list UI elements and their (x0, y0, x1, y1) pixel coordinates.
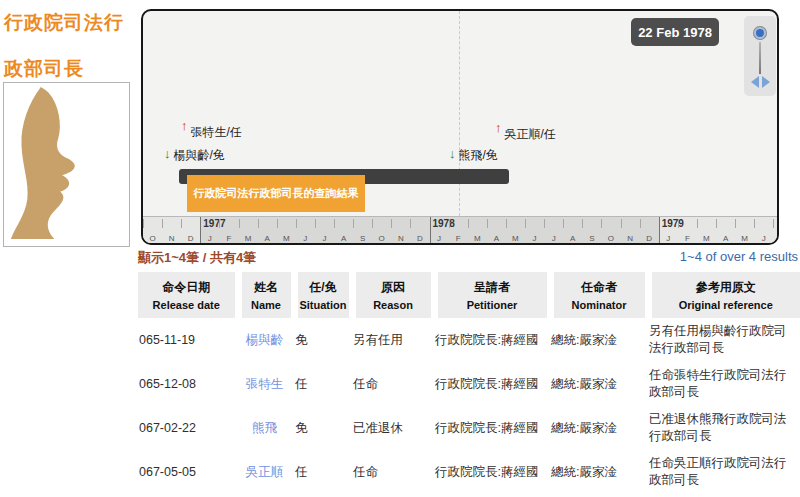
nominator-cell: 總統:嚴家淦 (550, 362, 648, 406)
axis-month-tick (640, 219, 641, 228)
axis-month-label: S (353, 234, 372, 243)
timeline-event[interactable]: ↑張特生/任 (181, 124, 242, 141)
axis-month-tick (334, 219, 335, 228)
axis-month-tick (353, 219, 354, 228)
axis-month-label: A (563, 234, 582, 243)
results-count-bar: 顯示1~4筆 / 共有4筆 1~4 of over 4 results (138, 249, 798, 267)
axis-month-label: F (678, 234, 697, 243)
down-arrow-icon: ↓ (164, 148, 171, 160)
axis-month-tick (181, 219, 182, 228)
column-header: 命令日期Release date (138, 272, 238, 318)
axis-month-label: O (143, 234, 162, 243)
axis-month-label: A (487, 234, 506, 243)
axis-year-label: 1979 (662, 218, 684, 229)
axis-month-tick (162, 219, 163, 228)
reason-cell: 任命 (352, 450, 434, 494)
axis-month-label: J (659, 234, 678, 243)
profile-logo (3, 82, 130, 247)
release-date-cell: 065-11-19 (138, 318, 238, 362)
axis-month-label: O (372, 234, 391, 243)
axis-month-tick (410, 219, 411, 228)
zoom-track (759, 42, 761, 74)
axis-month-tick (754, 219, 755, 228)
results-table: 命令日期Release date姓名Name任/免Situation原因Reas… (138, 272, 800, 494)
down-arrow-icon: ↓ (449, 148, 456, 160)
name-link[interactable]: 吳正順 (238, 450, 294, 494)
zoom-knob-icon[interactable] (754, 27, 766, 39)
current-time-indicator (459, 11, 460, 216)
axis-month-label: N (391, 234, 410, 243)
axis-month-tick (773, 219, 774, 228)
axis-month-label: D (640, 234, 659, 243)
situation-cell: 任 (294, 362, 352, 406)
axis-month-tick (601, 219, 602, 228)
release-date-cell: 065-12-08 (138, 362, 238, 406)
column-header: 原因Reason (352, 272, 434, 318)
query-result-tooltip: 行政院司法行政部司長的查詢結果 (187, 175, 365, 212)
axis-month-tick (296, 219, 297, 228)
axis-month-tick (716, 219, 717, 228)
results-count-en: 1~4 of over 4 results (680, 249, 798, 267)
event-label[interactable]: 吳正順/任 (505, 126, 556, 143)
axis-month-tick (239, 219, 240, 228)
event-label[interactable]: 熊飛/免 (459, 147, 498, 164)
reason-cell: 另有任用 (352, 318, 434, 362)
nominator-cell: 總統:嚴家淦 (550, 406, 648, 450)
table-row: 067-05-05吳正順任任命行政院院長:蔣經國總統:嚴家淦任命吳正順行政院司法… (138, 450, 800, 494)
axis-month-label: M (506, 234, 525, 243)
axis-month-label: N (621, 234, 640, 243)
pan-arrows (744, 76, 776, 88)
person-link[interactable]: 熊飛 (252, 421, 277, 435)
axis-month-label: M (697, 234, 716, 243)
reason-cell: 任命 (352, 362, 434, 406)
axis-month-tick (372, 219, 373, 228)
axis-month-label: J (754, 234, 773, 243)
table-row: 065-11-19楊與齡免另有任用行政院院長:蔣經國總統:嚴家淦另有任用楊與齡行… (138, 318, 800, 362)
timeline-panel[interactable]: ↓楊與齡/免↑張特生/任↓熊飛/免↑吳正順/任 行政院司法行政部司長的查詢結果 … (141, 9, 779, 245)
situation-cell: 免 (294, 318, 352, 362)
column-header: 任/免Situation (294, 272, 352, 318)
axis-month-tick (525, 219, 526, 228)
axis-month-tick (258, 219, 259, 228)
petitioner-cell: 行政院院長:蔣經國 (434, 406, 550, 450)
event-label[interactable]: 張特生/任 (191, 124, 242, 141)
axis-month-tick (391, 219, 392, 228)
person-link[interactable]: 楊與齡 (246, 333, 284, 347)
column-header: 任命者Nominator (550, 272, 648, 318)
zoom-slider[interactable] (744, 16, 776, 96)
reference-cell: 任命吳正順行政院司法行政部司長 (648, 450, 800, 494)
axis-month-label: N (162, 234, 181, 243)
axis-month-tick (487, 219, 488, 228)
timeline-event[interactable]: ↓熊飛/免 (449, 147, 498, 164)
axis-month-label: J (525, 234, 544, 243)
situation-cell: 免 (294, 406, 352, 450)
name-link[interactable]: 張特生 (238, 362, 294, 406)
axis-month-label: A (258, 234, 277, 243)
event-label[interactable]: 楊與齡/免 (174, 147, 225, 164)
axis-month-label: A (334, 234, 353, 243)
results-count-zh: 顯示1~4筆 / 共有4筆 (138, 249, 256, 267)
current-date-badge: 22 Feb 1978 (631, 18, 719, 46)
axis-month-label: D (410, 234, 429, 243)
axis-month-tick (449, 219, 450, 228)
reason-cell: 已准退休 (352, 406, 434, 450)
axis-month-tick (219, 219, 220, 228)
timeline-event[interactable]: ↑吳正順/任 (495, 126, 556, 143)
table-row: 065-12-08張特生任任命行政院院長:蔣經國總統:嚴家淦任命張特生行政院司法… (138, 362, 800, 406)
axis-month-tick (277, 219, 278, 228)
pan-right-icon[interactable] (762, 76, 770, 88)
name-link[interactable]: 楊與齡 (238, 318, 294, 362)
axis-month-tick (697, 219, 698, 228)
axis-month-label: D (181, 234, 200, 243)
axis-month-tick (468, 219, 469, 228)
person-link[interactable]: 張特生 (246, 377, 284, 391)
name-link[interactable]: 熊飛 (238, 406, 294, 450)
release-date-cell: 067-02-22 (138, 406, 238, 450)
column-header: 姓名Name (238, 272, 294, 318)
face-silhouette-icon (6, 85, 127, 244)
petitioner-cell: 行政院院長:蔣經國 (434, 450, 550, 494)
person-link[interactable]: 吳正順 (246, 465, 284, 479)
pan-left-icon[interactable] (751, 76, 759, 88)
petitioner-cell: 行政院院長:蔣經國 (434, 318, 550, 362)
timeline-event[interactable]: ↓楊與齡/免 (164, 147, 225, 164)
